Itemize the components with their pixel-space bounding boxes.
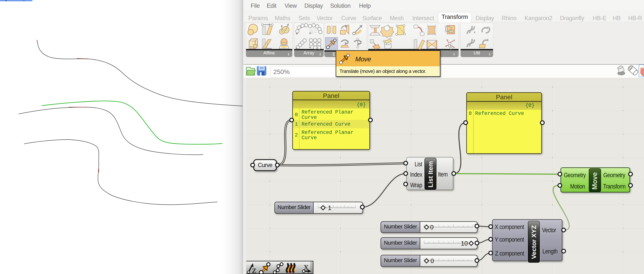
svg-text:0: 0 bbox=[430, 224, 434, 231]
svg-text:1: 1 bbox=[328, 204, 331, 211]
svg-text:z: z bbox=[252, 265, 256, 274]
svg-text:0: 0 bbox=[430, 258, 434, 265]
svg-text:10: 10 bbox=[461, 240, 468, 247]
